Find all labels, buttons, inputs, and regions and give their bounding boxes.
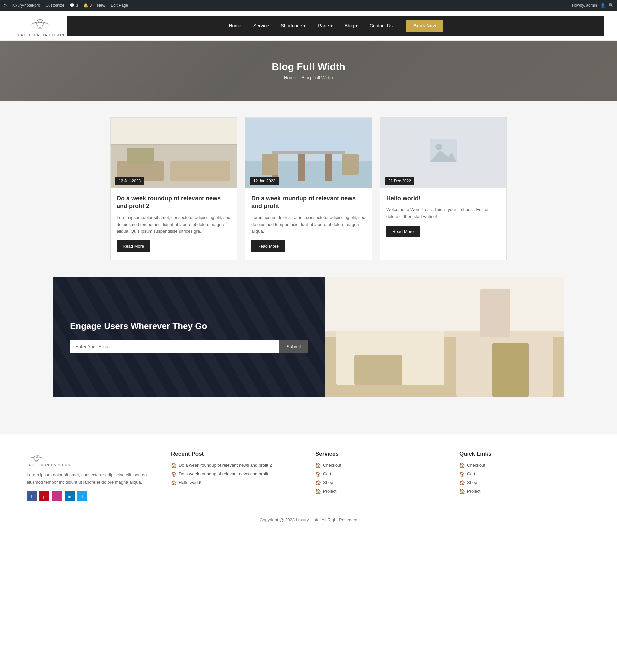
blog-section: 12 Jan 2023 Do a week roundup of relevan… xyxy=(0,101,617,277)
svg-rect-16 xyxy=(325,154,332,181)
nav-page[interactable]: Page ▾ xyxy=(316,22,335,30)
blog-card-1-read-more[interactable]: Read More xyxy=(117,240,150,252)
linkedin-icon[interactable]: in xyxy=(65,491,75,501)
service-link-cart[interactable]: Cart xyxy=(323,471,331,476)
service-link-project[interactable]: Project xyxy=(323,489,336,494)
updates-count[interactable]: 🔔 0 xyxy=(83,3,92,8)
list-item: 🏠 Cart xyxy=(459,471,590,477)
blog-card-2-body: Do a week roundup of relevant news and p… xyxy=(245,188,372,260)
placeholder-image-icon xyxy=(430,139,457,167)
blog-card-3: 21 Dec 2022 Hello world! Welcome to Word… xyxy=(380,117,507,260)
svg-rect-28 xyxy=(492,343,529,397)
footer-bottom: Copyright @ 2023 Luxury Hotel All Right … xyxy=(27,512,590,522)
list-item: 🏠 Do a week roundup of relevant news and… xyxy=(171,463,302,468)
shortcode-chevron-icon: ▾ xyxy=(303,23,306,28)
home-icon-1: 🏠 xyxy=(171,463,177,468)
hero-home-link[interactable]: Home xyxy=(284,75,296,80)
cta-right-image xyxy=(325,277,564,397)
blog-card-3-title: Hello world! xyxy=(386,195,500,202)
quick-home-icon-2: 🏠 xyxy=(459,471,465,477)
blog-card-2-image: 12 Jan 2023 xyxy=(245,118,372,188)
footer-about-text: Lorem ipsum dolor sit amet, consectetur … xyxy=(27,471,158,486)
footer-logo: LUKE JOHN HARRISON xyxy=(27,451,158,467)
list-item: 🏠 Hello world! xyxy=(171,480,302,485)
nav-contact[interactable]: Contact Us xyxy=(368,22,395,30)
recent-post-link-2[interactable]: Do a week roundup of relevant news and p… xyxy=(179,471,268,476)
quick-link-shop[interactable]: Shop xyxy=(467,480,477,485)
wp-icon: ⚙ xyxy=(3,3,7,8)
site-name[interactable]: luxury-hotel-pro xyxy=(12,3,40,8)
service-home-icon-2: 🏠 xyxy=(315,471,321,477)
twitter-icon[interactable]: t xyxy=(77,491,87,501)
footer-recent-post-list: 🏠 Do a week roundup of relevant news and… xyxy=(171,463,302,485)
nav-service[interactable]: Service xyxy=(251,22,271,30)
service-link-shop[interactable]: Shop xyxy=(323,480,333,485)
cta-submit-button[interactable]: Submit xyxy=(279,340,308,353)
blog-card-3-body: Hello world! Welcome to WordPress. This … xyxy=(380,188,506,245)
nav-shortcode[interactable]: Shortcode ▾ xyxy=(279,22,308,30)
blog-card-1-title: Do a week roundup of relevant news and p… xyxy=(117,195,231,210)
admin-search-icon[interactable]: 🔍 xyxy=(609,3,614,8)
quick-link-cart[interactable]: Cart xyxy=(467,471,475,476)
recent-post-link-1[interactable]: Do a week roundup of relevant news and p… xyxy=(179,463,272,468)
hero-banner: Blog Full Width Home – Blog Full Width xyxy=(0,41,617,101)
svg-point-1 xyxy=(39,20,41,23)
blog-card-3-read-more[interactable]: Read More xyxy=(386,226,420,237)
service-link-checkout[interactable]: Checkout xyxy=(323,463,341,468)
list-item: 🏠 Shop xyxy=(315,480,446,485)
footer-quick-links-list: 🏠 Checkout 🏠 Cart 🏠 Shop 🏠 Project xyxy=(459,463,590,494)
blog-card-3-excerpt: Welcome to WordPress. This is your first… xyxy=(386,206,500,220)
svg-rect-17 xyxy=(262,154,278,175)
cta-left: Engage Users Wherever They Go Submit xyxy=(53,277,325,397)
service-home-icon-1: 🏠 xyxy=(315,463,321,468)
svg-rect-18 xyxy=(342,154,359,175)
footer-quick-links-col: Quick Links 🏠 Checkout 🏠 Cart 🏠 Shop 🏠 P… xyxy=(459,451,590,501)
footer-services-title: Services xyxy=(315,451,446,457)
book-now-button[interactable]: Book Now xyxy=(406,20,443,32)
logo-area[interactable]: LUKE JOHN HARRISON xyxy=(13,14,67,37)
svg-rect-19 xyxy=(265,138,352,154)
blog-card-1-image: 12 Jan 2023 xyxy=(111,118,237,188)
hero-breadcrumb: Home – Blog Full Width xyxy=(272,75,345,80)
footer-services-list: 🏠 Checkout 🏠 Cart 🏠 Shop 🏠 Project xyxy=(315,463,446,494)
facebook-icon[interactable]: f xyxy=(27,491,37,501)
blog-card-2-date: 12 Jan 2023 xyxy=(250,177,279,185)
svg-rect-7 xyxy=(170,161,230,181)
list-item: 🏠 Do a week roundup of relevant news and… xyxy=(171,471,302,477)
pinterest-icon[interactable]: p xyxy=(39,491,49,501)
footer-logo-text: LUKE JOHN HARRISON xyxy=(27,463,72,467)
cta-email-input[interactable] xyxy=(70,340,279,353)
footer-about-col: LUKE JOHN HARRISON Lorem ipsum dolor sit… xyxy=(27,451,158,501)
quick-link-checkout[interactable]: Checkout xyxy=(467,463,485,468)
blog-chevron-icon: ▾ xyxy=(355,23,358,28)
svg-rect-29 xyxy=(325,277,564,331)
svg-rect-9 xyxy=(111,118,237,144)
quick-link-project[interactable]: Project xyxy=(467,489,480,494)
cta-section: Engage Users Wherever They Go Submit xyxy=(53,277,564,397)
admin-user: Howdy, admin xyxy=(572,3,597,8)
list-item: 🏠 Shop xyxy=(459,480,590,485)
logo-icon xyxy=(27,14,53,33)
new-link[interactable]: New xyxy=(97,3,105,8)
nav-home[interactable]: Home xyxy=(227,22,243,30)
instagram-icon[interactable]: i xyxy=(52,491,62,501)
quick-home-icon-4: 🏠 xyxy=(459,489,465,494)
comments-count[interactable]: 💬 3 xyxy=(70,3,78,8)
recent-post-link-3[interactable]: Hello world! xyxy=(179,480,201,485)
cta-title: Engage Users Wherever They Go xyxy=(70,321,308,332)
blog-card-3-date: 21 Dec 2022 xyxy=(385,177,414,185)
blog-card-2-read-more[interactable]: Read More xyxy=(251,240,285,252)
edit-page-link[interactable]: Edit Page xyxy=(111,3,128,8)
svg-point-21 xyxy=(435,144,442,150)
admin-right: Howdy, admin 👤 🔍 xyxy=(572,3,614,8)
blog-card-2-excerpt: Lorem ipsum dolor sit amet, consectetur … xyxy=(251,214,366,235)
home-icon-2: 🏠 xyxy=(171,471,177,477)
logo-text: LUKE JOHN HARRISON xyxy=(15,33,65,37)
blog-card-1-body: Do a week roundup of relevant news and p… xyxy=(111,188,237,260)
nav-blog[interactable]: Blog ▾ xyxy=(343,22,360,30)
admin-avatar: 👤 xyxy=(600,3,605,8)
main-nav: Home Service Shortcode ▾ Page ▾ Blog ▾ C… xyxy=(67,16,604,36)
customize-link[interactable]: Customize xyxy=(45,3,64,8)
list-item: 🏠 Checkout xyxy=(315,463,446,468)
svg-rect-8 xyxy=(127,148,154,164)
